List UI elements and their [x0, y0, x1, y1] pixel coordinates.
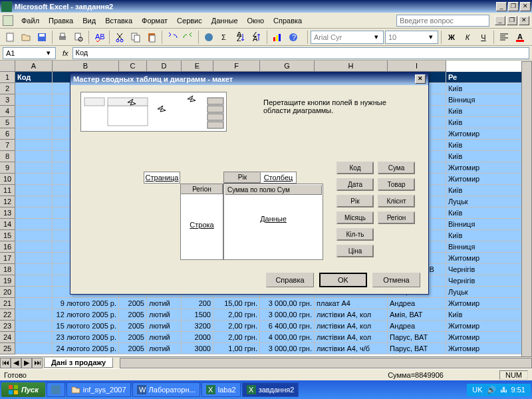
- sort-asc-icon[interactable]: AZ: [233, 30, 248, 45]
- font-name-combo[interactable]: Arial Cyr▾: [311, 31, 384, 44]
- cell[interactable]: [15, 241, 53, 253]
- column-header[interactable]: E: [182, 61, 213, 72]
- cell[interactable]: Житомир: [446, 298, 526, 309]
- row-header[interactable]: 4: [0, 106, 15, 117]
- cell[interactable]: Житомир: [446, 174, 526, 185]
- cell[interactable]: 2,00 грн.: [213, 321, 260, 332]
- horizontal-scrollbar[interactable]: [120, 358, 532, 368]
- cell[interactable]: 15,00 грн.: [213, 298, 260, 309]
- row-header[interactable]: 8: [0, 151, 15, 162]
- start-button[interactable]: Пуск: [1, 382, 45, 397]
- cell[interactable]: Київ: [446, 83, 526, 94]
- pivot-field-Товар[interactable]: Товар: [378, 178, 415, 191]
- cell[interactable]: Парус, ВАТ: [388, 343, 446, 354]
- cell[interactable]: 3 000,00 грн.: [260, 309, 315, 321]
- fx-label[interactable]: fx: [63, 49, 68, 57]
- tab-nav-last[interactable]: ⏭: [32, 358, 43, 368]
- cell[interactable]: Ре: [446, 72, 526, 83]
- row-header[interactable]: 15: [0, 230, 15, 241]
- formula-input[interactable]: Код: [72, 47, 529, 59]
- cell[interactable]: лютий: [147, 309, 182, 321]
- cell[interactable]: Житомир: [446, 162, 526, 174]
- cell[interactable]: 200: [182, 298, 213, 309]
- vertical-scrollbar[interactable]: [521, 61, 532, 367]
- menu-view[interactable]: Вид: [78, 15, 100, 26]
- cell[interactable]: 15 лютого 2005 р.: [53, 321, 119, 332]
- menu-tools[interactable]: Сервис: [173, 15, 206, 26]
- cell[interactable]: 12 лютого 2005 р.: [53, 309, 119, 321]
- system-tray[interactable]: UK 🔊 🖧 9:51: [467, 384, 531, 396]
- taskbar-item-excel2-active[interactable]: Xзавдання2: [242, 382, 299, 397]
- menu-edit[interactable]: Правка: [45, 15, 77, 26]
- cell[interactable]: 2000: [182, 332, 213, 343]
- cell[interactable]: Амія, ВАТ: [388, 309, 446, 321]
- cell[interactable]: лютий: [147, 298, 182, 309]
- cell[interactable]: лютий: [147, 343, 182, 354]
- row-header[interactable]: 5: [0, 117, 15, 128]
- column-header[interactable]: I: [388, 61, 446, 72]
- cut-icon[interactable]: [112, 30, 127, 45]
- row-header[interactable]: 17: [0, 253, 15, 264]
- save-icon[interactable]: [35, 30, 49, 45]
- column-header[interactable]: B: [53, 61, 119, 72]
- cell[interactable]: [15, 196, 53, 207]
- help-question-input[interactable]: [396, 15, 489, 27]
- cell[interactable]: [15, 332, 53, 343]
- row-header[interactable]: 25: [0, 343, 15, 354]
- help-icon[interactable]: ?: [286, 30, 301, 45]
- cell[interactable]: [15, 321, 53, 332]
- cell[interactable]: 2005: [119, 343, 147, 354]
- cell[interactable]: [15, 264, 53, 275]
- cell[interactable]: Чернігів: [446, 275, 526, 287]
- cell[interactable]: Парус, ВАТ: [388, 332, 446, 343]
- row-header[interactable]: 7: [0, 140, 15, 151]
- cell[interactable]: [15, 128, 53, 140]
- underline-icon[interactable]: Ч: [476, 30, 491, 45]
- mdi-close-button[interactable]: ✕: [519, 16, 529, 25]
- tab-nav-first[interactable]: ⏮: [0, 358, 11, 368]
- cell[interactable]: 2,00 грн.: [213, 309, 260, 321]
- pivot-field-Дата[interactable]: Дата: [336, 178, 374, 191]
- mdi-restore-button[interactable]: ❐: [507, 16, 517, 25]
- cell[interactable]: Київ: [446, 106, 526, 117]
- dialog-titlebar[interactable]: Мастер сводных таблиц и диаграмм - макет…: [70, 72, 428, 85]
- row-header[interactable]: 22: [0, 309, 15, 321]
- sheet-tab-active[interactable]: Дані з продажу: [44, 358, 113, 368]
- chart-wizard-icon[interactable]: [270, 30, 285, 45]
- pivot-field-Сума[interactable]: Сума: [378, 162, 415, 174]
- row-header[interactable]: 6: [0, 128, 15, 140]
- cell[interactable]: 2005: [119, 332, 147, 343]
- taskbar-item-word[interactable]: WЛабораторн...: [132, 382, 200, 397]
- field-in-data[interactable]: Сумма по полю Сум: [225, 185, 322, 195]
- minimize-button[interactable]: _: [496, 2, 507, 11]
- row-header[interactable]: 14: [0, 219, 15, 230]
- cell[interactable]: 2005: [119, 309, 147, 321]
- cell[interactable]: [15, 309, 53, 321]
- select-all-corner[interactable]: [0, 61, 15, 72]
- tab-nav-next[interactable]: ▶: [21, 358, 32, 368]
- cell[interactable]: 3000: [182, 343, 213, 354]
- cell[interactable]: лютий: [147, 321, 182, 332]
- cell[interactable]: [15, 275, 53, 287]
- copy-icon[interactable]: [128, 30, 143, 45]
- cell[interactable]: [15, 343, 53, 354]
- menu-window[interactable]: Окно: [243, 15, 269, 26]
- column-header[interactable]: H: [315, 61, 388, 72]
- cell[interactable]: Житомир: [446, 332, 526, 343]
- row-header[interactable]: 16: [0, 241, 15, 253]
- column-header[interactable]: D: [147, 61, 182, 72]
- column-header[interactable]: F: [213, 61, 260, 72]
- cell[interactable]: Київ: [446, 185, 526, 196]
- cell[interactable]: [15, 287, 53, 298]
- pivot-field-Рік[interactable]: Рік: [336, 195, 374, 207]
- pivot-field-Клієнт[interactable]: Клієнт: [378, 195, 415, 207]
- cell[interactable]: листівки А4, кол: [315, 309, 388, 321]
- cell[interactable]: 24 лютого 2005 р.: [53, 343, 119, 354]
- row-drop-zone[interactable]: Регіон Строка: [180, 184, 223, 260]
- cell[interactable]: 3200: [182, 321, 213, 332]
- bold-icon[interactable]: Ж: [444, 30, 459, 45]
- cell[interactable]: Чернігів: [446, 264, 526, 275]
- menu-file[interactable]: Файл: [17, 15, 43, 26]
- row-header[interactable]: 19: [0, 275, 15, 287]
- row-header[interactable]: 18: [0, 264, 15, 275]
